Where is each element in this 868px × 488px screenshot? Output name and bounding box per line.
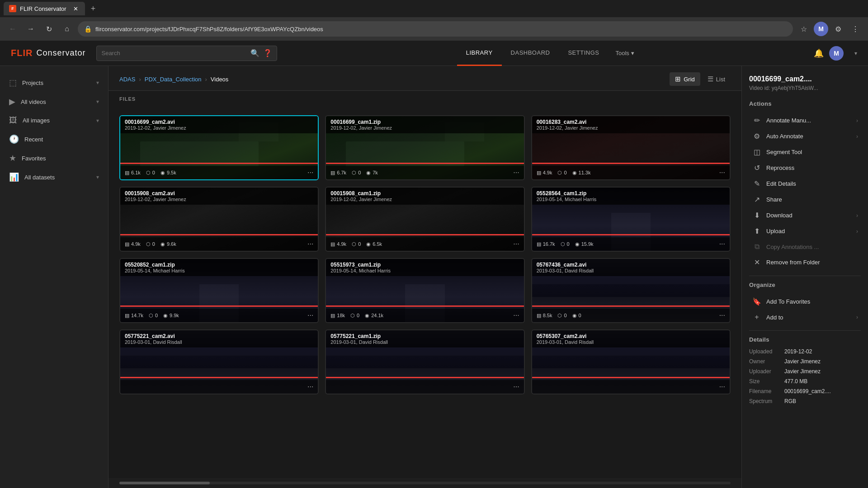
sidebar-item-recent[interactable]: 🕐 Recent — [0, 130, 108, 149]
video-card-8[interactable]: 05767436_cam2.avi 2019-03-01, David Risd… — [531, 258, 731, 323]
profile-button[interactable]: M — [814, 22, 828, 36]
breadcrumb-adas[interactable]: ADAS — [119, 76, 135, 83]
video-card-2[interactable]: 00016283_cam2.avi 2019-12-02, Javier Jim… — [531, 115, 731, 180]
nav-library[interactable]: LIBRARY — [457, 41, 502, 66]
user-avatar[interactable]: M — [829, 46, 844, 61]
video-thumb-4: 00015908_cam1.zip 2019-12-02, Javier Jim… — [326, 188, 524, 251]
action-edit-details[interactable]: ✎ Edit Details — [749, 176, 861, 192]
card-footer-3: ▤ 4.9k ⬡ 0 ◉ 9.6k ··· — [120, 237, 318, 251]
active-tab[interactable]: F FLIR Conservator ✕ — [4, 2, 85, 15]
list-view-button[interactable]: ☰ List — [702, 72, 731, 86]
annot-value-3: 0 — [152, 241, 155, 247]
add-to-favorites-label: Add To Favorites — [766, 298, 810, 305]
card-stat-annot-4: ⬡ 0 — [352, 241, 361, 247]
video-card-4[interactable]: 00015908_cam1.zip 2019-12-02, Javier Jim… — [325, 187, 524, 252]
card-more-button-11[interactable]: ··· — [719, 383, 725, 391]
progress-bar-10 — [326, 377, 524, 378]
remove-from-folder-icon: ✕ — [752, 258, 762, 267]
tab-close-button[interactable]: ✕ — [71, 5, 80, 13]
address-bar[interactable]: 🔒 — [78, 21, 793, 37]
horizontal-scrollbar[interactable] — [108, 478, 741, 488]
video-card-7[interactable]: 05515973_cam1.zip 2019-05-14, Michael Ha… — [325, 258, 524, 323]
url-input[interactable] — [95, 26, 787, 33]
grid-view-button[interactable]: ⊞ Grid — [670, 72, 700, 86]
share-icon: ↗ — [752, 195, 762, 204]
tools-menu[interactable]: Tools ▾ — [615, 50, 634, 56]
browser-toolbar-right: ☆ M ⚙ ⋮ — [797, 22, 863, 36]
video-card-1[interactable]: 00016699_cam1.zip 2019-12-02, Javier Jim… — [325, 115, 524, 180]
action-upload[interactable]: ⬆ Upload › — [749, 223, 861, 239]
menu-button[interactable]: ⋮ — [848, 22, 863, 36]
spectrum-label: Spectrum — [749, 398, 781, 404]
breadcrumb-pdx[interactable]: PDX_Data_Collection — [145, 76, 202, 83]
card-meta-1: 2019-12-02, Javier Jimenez — [330, 125, 519, 131]
search-input[interactable] — [101, 50, 247, 56]
scrollbar-thumb[interactable] — [119, 482, 210, 484]
action-remove-from-folder[interactable]: ✕ Remove from Folder — [749, 254, 861, 270]
frames-icon-4: ▤ — [330, 241, 335, 247]
video-card-6[interactable]: 05520852_cam1.zip 2019-05-14, Michael Ha… — [119, 258, 319, 323]
card-more-button-9[interactable]: ··· — [307, 383, 313, 391]
add-to-favorites-icon: 🔖 — [752, 297, 762, 306]
size-icon-2: ◉ — [572, 170, 577, 176]
nav-settings[interactable]: SETTINGS — [559, 41, 608, 66]
card-more-button-3[interactable]: ··· — [307, 240, 313, 248]
content-area: ADAS › PDX_Data_Collection › Videos ⊞ Gr… — [108, 66, 741, 488]
action-add-to[interactable]: + Add to › — [749, 310, 861, 325]
card-more-button-5[interactable]: ··· — [719, 240, 725, 248]
annot-value-4: 0 — [358, 241, 361, 247]
forward-button[interactable]: → — [24, 22, 38, 36]
video-card-10[interactable]: 05775221_cam1.zip 2019-03-01, David Risd… — [325, 329, 524, 394]
video-card-0[interactable]: 00016699_cam2.avi 2019-12-02, Javier Jim… — [119, 115, 319, 180]
frames-value-3: 4.9k — [131, 241, 141, 247]
card-footer-1: ▤ 6.7k ⬡ 0 ◉ 7k ··· — [326, 166, 524, 179]
sidebar-item-favorites[interactable]: ★ Favorites — [0, 149, 108, 168]
card-more-button-8[interactable]: ··· — [719, 311, 725, 319]
download-label: Download — [766, 212, 793, 219]
card-more-button-0[interactable]: ··· — [307, 169, 313, 177]
action-download[interactable]: ⬇ Download › — [749, 207, 861, 223]
notifications-button[interactable]: 🔔 — [814, 48, 824, 58]
details-section: Uploaded 2019-12-02 Owner Javier Jimenez… — [749, 348, 861, 404]
card-more-button-10[interactable]: ··· — [513, 383, 519, 391]
nav-dashboard[interactable]: DASHBOARD — [502, 41, 559, 66]
card-more-button-2[interactable]: ··· — [719, 169, 725, 177]
action-annotate[interactable]: ✏ Annotate Manu... › — [749, 113, 861, 128]
help-icon[interactable]: ❓ — [263, 49, 272, 57]
card-more-button-7[interactable]: ··· — [513, 311, 519, 319]
card-filename-1: 00016699_cam1.zip — [330, 119, 519, 125]
video-card-11[interactable]: 05765307_cam2.avi 2019-03-01, David Risd… — [531, 329, 731, 394]
extensions-button[interactable]: ⚙ — [831, 22, 845, 36]
video-card-9[interactable]: 05775221_cam2.avi 2019-03-01, David Risd… — [119, 329, 319, 394]
sidebar-item-projects[interactable]: ⬚ Projects ▾ — [0, 73, 108, 92]
video-thumb-1: 00016699_cam1.zip 2019-12-02, Javier Jim… — [326, 116, 524, 179]
action-auto-annotate[interactable]: ⚙ Auto Annotate › — [749, 128, 861, 144]
reload-button[interactable]: ↻ — [42, 22, 56, 36]
sidebar-item-all-videos[interactable]: ▶ All videos ▾ — [0, 92, 108, 111]
action-segment-tool[interactable]: ◫ Segment Tool — [749, 144, 861, 160]
bookmark-button[interactable]: ☆ — [797, 22, 811, 36]
size-icon-5: ◉ — [575, 241, 580, 247]
card-more-button-4[interactable]: ··· — [513, 240, 519, 248]
back-button[interactable]: ← — [5, 22, 20, 36]
action-share[interactable]: ↗ Share — [749, 192, 861, 207]
uploaded-label: Uploaded — [749, 348, 781, 355]
action-reprocess[interactable]: ↺ Reprocess — [749, 160, 861, 176]
search-icon[interactable]: 🔍 — [250, 49, 259, 57]
sidebar-item-all-datasets[interactable]: 📊 All datasets ▾ — [0, 168, 108, 187]
user-chevron-icon[interactable]: ▾ — [854, 50, 857, 56]
card-more-button-6[interactable]: ··· — [307, 311, 313, 319]
video-card-3[interactable]: 00015908_cam2.avi 2019-12-02, Javier Jim… — [119, 187, 319, 252]
video-card-5[interactable]: 05528564_cam1.zip 2019-05-14, Michael Ha… — [531, 187, 731, 252]
home-button[interactable]: ⌂ — [60, 22, 74, 36]
sidebar-item-all-images[interactable]: 🖼 All images ▾ — [0, 111, 108, 130]
uploaded-value: 2019-12-02 — [784, 348, 861, 355]
header-search-bar[interactable]: 🔍 ❓ — [96, 46, 277, 61]
card-stat-annot-6: ⬡ 0 — [149, 313, 158, 319]
size-value-5: 15.9k — [581, 241, 594, 247]
new-tab-button[interactable]: + — [87, 2, 99, 15]
favorites-icon: ★ — [9, 153, 16, 163]
card-info-5: 05528564_cam1.zip 2019-05-14, Michael Ha… — [532, 188, 730, 205]
card-more-button-1[interactable]: ··· — [513, 169, 519, 177]
action-add-to-favorites[interactable]: 🔖 Add To Favorites — [749, 294, 861, 310]
